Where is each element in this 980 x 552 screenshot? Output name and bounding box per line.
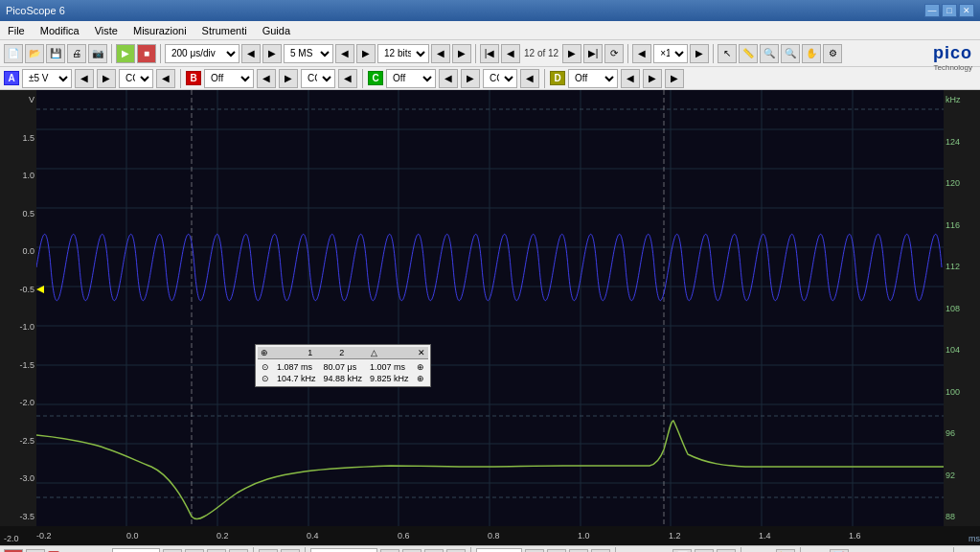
notes-icon[interactable]: 📝 bbox=[830, 549, 849, 553]
buf-prev[interactable]: ◀ bbox=[501, 44, 520, 63]
menu-viste[interactable]: Viste bbox=[91, 24, 122, 37]
open-button[interactable]: 📂 bbox=[25, 44, 44, 63]
ch-c-voltage[interactable]: Off bbox=[386, 69, 436, 88]
x-val-0_2: 0.2 bbox=[217, 531, 229, 540]
toolbar1: 📄 📂 💾 🖨 📷 ▶ ■ 200 μs/div ◀ ▶ 5 MS ◀ ▶ 12… bbox=[0, 40, 980, 67]
buf-play[interactable]: ⟳ bbox=[604, 44, 624, 63]
ch-b-dec[interactable]: ◀ bbox=[257, 69, 276, 88]
sep2 bbox=[160, 44, 161, 63]
menu-misurazioni[interactable]: Misurazioni bbox=[129, 24, 191, 37]
tool-pan[interactable]: ✋ bbox=[802, 44, 821, 63]
buf-next[interactable]: ▶ bbox=[562, 44, 581, 63]
meas-r2-extra: ⊕ bbox=[413, 373, 428, 384]
ch-a-voltage[interactable]: ±5 V bbox=[22, 69, 72, 88]
ch-d-dec[interactable]: ◀ bbox=[621, 69, 640, 88]
screenshot-button[interactable]: 📷 bbox=[88, 44, 107, 63]
zoom-next[interactable]: ▶ bbox=[690, 44, 709, 63]
capture-inc[interactable]: ▶ bbox=[356, 44, 376, 63]
zoom-dec[interactable]: ◀ bbox=[525, 549, 544, 553]
ch-c-inc[interactable]: ▶ bbox=[461, 69, 480, 88]
pico-brand: pico bbox=[933, 43, 972, 63]
trigger-mode-dec[interactable]: ◀ bbox=[163, 549, 182, 553]
meas-extra2[interactable]: ⊖ bbox=[717, 549, 736, 553]
ch-b-coupling-dec[interactable]: ◀ bbox=[338, 69, 357, 88]
timebase-dec[interactable]: ◀ bbox=[241, 44, 261, 63]
bits-inc[interactable]: ▶ bbox=[452, 44, 471, 63]
trigger-mode-select[interactable]: Auto bbox=[112, 548, 160, 553]
save-button[interactable]: 💾 bbox=[46, 44, 65, 63]
meas-r1-c1: 1.087 ms bbox=[273, 361, 320, 373]
zoom-display-select[interactable]: 10 % bbox=[476, 548, 522, 553]
y-val-n1_0: -1.0 bbox=[2, 322, 34, 332]
ch-c-coupling[interactable]: CC bbox=[483, 69, 517, 88]
minimize-button[interactable]: — bbox=[924, 4, 940, 17]
bits-select[interactable]: 12 bits bbox=[377, 44, 429, 63]
buf-first[interactable]: |◀ bbox=[480, 44, 499, 63]
start-button[interactable]: ▶ bbox=[116, 44, 135, 63]
freq-display-select[interactable]: 166.7 mV bbox=[310, 548, 377, 553]
run-stop-button[interactable]: ■ bbox=[4, 549, 23, 553]
meas-table: ⊙ 1.087 ms 80.07 μs 1.007 ms ⊕ ⊙ 104.7 k… bbox=[258, 361, 428, 384]
freq-extra2[interactable]: ⊕ bbox=[446, 549, 466, 553]
meas-extra1[interactable]: ⊕ bbox=[695, 549, 714, 553]
zoom-extra1[interactable]: ⌷ bbox=[569, 549, 588, 553]
freq-extra1[interactable]: ⌷ bbox=[424, 549, 444, 553]
ch-a-coupling-dec[interactable]: ◀ bbox=[156, 69, 175, 88]
ch-d-inc[interactable]: ▶ bbox=[643, 69, 662, 88]
timebase-select[interactable]: 200 μs/div bbox=[165, 44, 239, 63]
menu-modifica[interactable]: Modifica bbox=[36, 24, 83, 37]
ch-b-inc[interactable]: ▶ bbox=[279, 69, 298, 88]
meas-r1-icon: ⊙ bbox=[258, 361, 273, 373]
y-axis-left: V 1.5 1.0 0.5 0.0 -0.5 -1.0 -1.5 -2.0 -2… bbox=[0, 90, 36, 526]
ch-b-coupling[interactable]: CC bbox=[301, 69, 335, 88]
ch-c-dec[interactable]: ◀ bbox=[439, 69, 458, 88]
meas-icon[interactable]: 📊 bbox=[672, 549, 692, 553]
capture-dec[interactable]: ◀ bbox=[335, 44, 354, 63]
ch-a-inc[interactable]: ▶ bbox=[97, 69, 116, 88]
ch-d-voltage[interactable]: Off bbox=[568, 69, 618, 88]
freq-dec[interactable]: ◀ bbox=[380, 549, 399, 553]
single-button[interactable]: ▷ bbox=[26, 549, 45, 553]
sep5 bbox=[713, 44, 714, 63]
ch-d-extra[interactable]: ▶ bbox=[665, 69, 684, 88]
menu-strumenti[interactable]: Strumenti bbox=[198, 24, 251, 37]
menu-file[interactable]: File bbox=[4, 24, 29, 37]
trigger-mode-inc[interactable]: ▶ bbox=[185, 549, 204, 553]
meas-close-btn[interactable]: ✕ bbox=[418, 348, 425, 357]
zoom-prev[interactable]: ◀ bbox=[632, 44, 651, 63]
tool-zoomin[interactable]: 🔍 bbox=[760, 44, 779, 63]
new-button[interactable]: 📄 bbox=[4, 44, 23, 63]
sep-d bbox=[544, 69, 545, 88]
tool-cursor[interactable]: ↖ bbox=[718, 44, 737, 63]
ch-c-coupling-dec[interactable]: ◀ bbox=[520, 69, 539, 88]
trigger-ext[interactable]: ⌷ bbox=[207, 549, 226, 553]
ch-b-voltage[interactable]: Off bbox=[204, 69, 254, 88]
stop-button[interactable]: ■ bbox=[137, 44, 156, 63]
close-button[interactable]: ✕ bbox=[959, 4, 974, 17]
ruler-btn1[interactable]: ↕ bbox=[259, 549, 278, 553]
tool-extra[interactable]: ⚙ bbox=[823, 44, 842, 63]
maximize-button[interactable]: □ bbox=[942, 4, 957, 17]
print-button[interactable]: 🖨 bbox=[67, 44, 86, 63]
tool-measure[interactable]: 📏 bbox=[739, 44, 758, 63]
zoom-extra2[interactable]: ⊕ bbox=[591, 549, 610, 553]
ch-a-coupling[interactable]: CC bbox=[119, 69, 153, 88]
y-right-112: 112 bbox=[946, 262, 978, 271]
tool-zoomout[interactable]: 🔍 bbox=[781, 44, 800, 63]
capture-select[interactable]: 5 MS bbox=[284, 44, 333, 63]
zoom-select[interactable]: ×1 bbox=[653, 44, 688, 63]
ch-a-dec[interactable]: ◀ bbox=[75, 69, 94, 88]
menu-guida[interactable]: Guida bbox=[259, 24, 294, 37]
rulers-icon[interactable]: 📐 bbox=[776, 549, 795, 553]
freq-inc[interactable]: ▶ bbox=[402, 549, 422, 553]
ruler-btn2[interactable]: ↔ bbox=[281, 549, 300, 553]
st-sep3 bbox=[470, 547, 471, 553]
trigger-adv[interactable]: ⊕ bbox=[229, 549, 248, 553]
x-val-0_4: 0.4 bbox=[307, 531, 319, 540]
zoom-inc[interactable]: ▶ bbox=[547, 549, 566, 553]
buf-last[interactable]: ▶| bbox=[583, 44, 603, 63]
toolbar2: A ±5 V ◀ ▶ CC ◀ B Off ◀ ▶ CC ◀ C Off ◀ ▶… bbox=[0, 67, 980, 90]
bits-dec[interactable]: ◀ bbox=[431, 44, 450, 63]
timebase-inc[interactable]: ▶ bbox=[262, 44, 282, 63]
y-right-92: 92 bbox=[946, 471, 978, 480]
